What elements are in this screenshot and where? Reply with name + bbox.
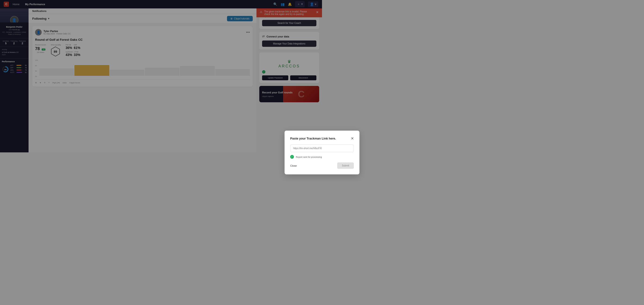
modal-header: Paste your Trackman Link here. ✕ [290, 136, 322, 141]
trackman-link-input[interactable] [290, 144, 322, 152]
modal-overlay[interactable]: Paste your Trackman Link here. ✕ ✓ Repor… [0, 0, 322, 152]
modal-title: Paste your Trackman Link here. [290, 137, 322, 140]
trackman-modal: Paste your Trackman Link here. ✕ ✓ Repor… [284, 130, 322, 152]
